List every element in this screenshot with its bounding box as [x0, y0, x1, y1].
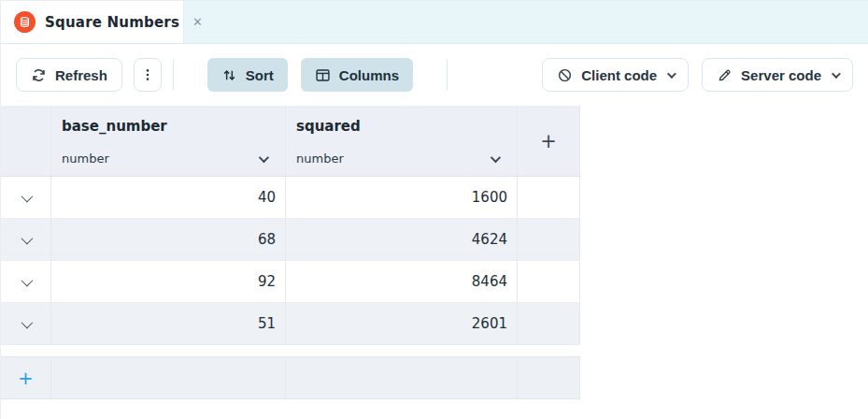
chevron-down-icon[interactable] [259, 152, 269, 162]
row-expander[interactable] [1, 261, 51, 302]
table-row: 51 2601 [1, 303, 580, 345]
chevron-down-icon [21, 274, 34, 286]
add-row: + [1, 356, 580, 399]
plus-icon: + [540, 130, 557, 152]
cell-empty [518, 303, 580, 344]
table-row: 68 4624 [1, 219, 580, 261]
column-header-squared[interactable]: squared number [286, 106, 518, 176]
kebab-menu-icon [140, 67, 155, 82]
client-code-label: Client code [581, 67, 657, 83]
server-code-dropdown[interactable]: Server code [702, 58, 853, 92]
slash-circle-icon [557, 67, 573, 83]
toolbar-divider [173, 59, 174, 91]
refresh-icon [31, 67, 47, 83]
columns-label: Columns [339, 67, 399, 83]
chevron-down-icon [21, 190, 34, 202]
row-expander[interactable] [1, 177, 51, 218]
column-name: squared [296, 118, 505, 135]
row-expander[interactable] [1, 303, 51, 344]
app-window: Square Numbers ✕ Refresh [0, 0, 868, 419]
cell-squared[interactable]: 1600 [286, 177, 518, 218]
cell-squared[interactable]: 4624 [286, 219, 518, 260]
table-row: 40 1600 [1, 177, 580, 219]
tab-bar: Square Numbers ✕ [1, 1, 868, 44]
close-icon[interactable]: ✕ [192, 16, 203, 28]
columns-button[interactable]: Columns [301, 58, 413, 92]
chevron-down-icon [21, 232, 34, 244]
cell-empty [518, 357, 580, 398]
refresh-button[interactable]: Refresh [16, 58, 122, 92]
cell-empty [51, 357, 286, 398]
chevron-down-icon [667, 69, 676, 79]
cell-base-number[interactable]: 92 [51, 261, 286, 302]
sort-button[interactable]: Sort [207, 58, 288, 92]
row-expander[interactable] [1, 219, 51, 260]
pencil-icon [717, 67, 733, 83]
column-type: number [296, 152, 344, 166]
chevron-down-icon [832, 69, 841, 79]
cell-squared[interactable]: 2601 [286, 303, 518, 344]
sort-label: Sort [246, 67, 274, 83]
plus-icon: + [18, 368, 34, 387]
cell-empty [518, 219, 580, 260]
columns-icon [315, 67, 331, 83]
header-corner-cell [1, 106, 51, 176]
toolbar: Refresh Sort [1, 44, 868, 106]
cell-base-number[interactable]: 51 [51, 303, 286, 344]
add-column-button[interactable]: + [518, 106, 580, 176]
column-header-base-number[interactable]: base_number number [51, 106, 286, 176]
sort-arrows-icon [221, 67, 237, 83]
column-type: number [62, 152, 109, 166]
client-code-dropdown[interactable]: Client code [542, 58, 689, 92]
chevron-down-icon[interactable] [491, 152, 501, 162]
add-row-button[interactable]: + [1, 357, 51, 398]
table-header-row: base_number number squared number + [1, 106, 580, 177]
refresh-label: Refresh [55, 67, 107, 83]
tab-title: Square Numbers [45, 14, 179, 31]
column-name: base_number [62, 118, 274, 135]
table-row: 92 8464 [1, 261, 580, 303]
data-table: base_number number squared number + 40 [1, 106, 580, 399]
toolbar-right-group: Client code Server code [542, 58, 853, 92]
chevron-down-icon [21, 316, 34, 328]
cell-empty [286, 357, 518, 398]
cell-empty [518, 261, 580, 302]
database-icon [14, 11, 36, 33]
cell-empty [518, 177, 580, 218]
toolbar-divider [447, 59, 448, 91]
cell-squared[interactable]: 8464 [286, 261, 518, 302]
more-options-button[interactable] [134, 58, 162, 92]
table-gap [1, 345, 580, 356]
cell-base-number[interactable]: 40 [51, 177, 286, 218]
cell-base-number[interactable]: 68 [51, 219, 286, 260]
server-code-label: Server code [741, 67, 821, 83]
tab-square-numbers[interactable]: Square Numbers ✕ [1, 1, 184, 43]
